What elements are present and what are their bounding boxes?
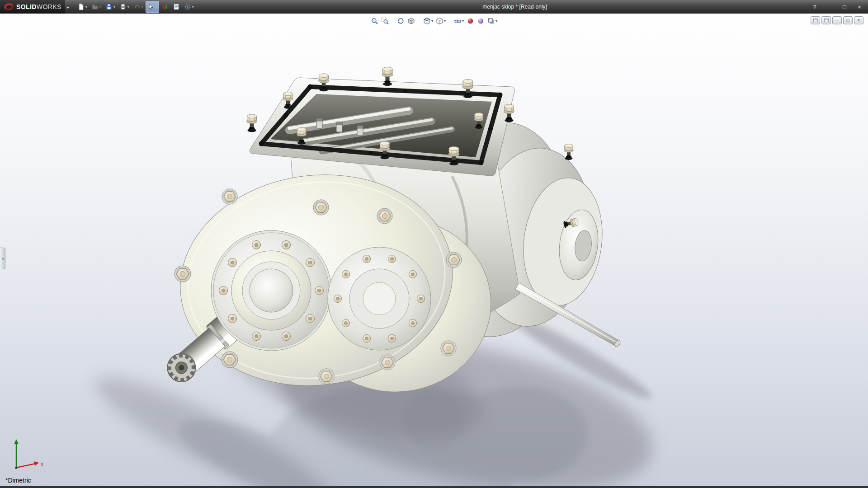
graphics-area[interactable]: ▾▾▾▾ −□× x *Dimetric: [0, 14, 868, 486]
save-icon: [105, 3, 113, 10]
doc-restore-button[interactable]: □: [843, 16, 853, 24]
viewport-pane-button-2[interactable]: [821, 16, 831, 24]
dassault-systemes-logo-icon: [4, 3, 14, 11]
right-flange: [328, 247, 431, 350]
select-icon: [147, 3, 155, 10]
print-button[interactable]: ▾: [118, 1, 131, 13]
select-button[interactable]: ▾: [146, 1, 159, 13]
window-controls: ?−□×: [811, 0, 863, 14]
dropdown-arrow-icon[interactable]: ▾: [85, 5, 87, 9]
apply-scene-button[interactable]: [476, 16, 486, 26]
dropdown-arrow-icon[interactable]: ▾: [113, 5, 115, 9]
file-properties-icon: [173, 3, 180, 10]
zoom-to-fit-icon: [371, 17, 378, 25]
help-button[interactable]: ?: [811, 4, 819, 10]
view-orientation-button[interactable]: ▾: [422, 16, 434, 26]
panel-collapse-tab[interactable]: [0, 248, 5, 269]
maximize-button-glyph: □: [843, 4, 846, 10]
xpress-products-button[interactable]: [160, 1, 170, 13]
dropdown-arrow-icon[interactable]: ▾: [127, 5, 129, 9]
dropdown-arrow-icon[interactable]: ▾: [142, 5, 143, 9]
viewport-pane-button-1[interactable]: [811, 16, 820, 24]
dropdown-arrow-icon[interactable]: ▾: [99, 5, 101, 9]
window-title: menjac sklop * [Read-only]: [482, 4, 547, 10]
view-settings-icon: [487, 17, 495, 25]
doc-close-button-glyph: ×: [858, 18, 860, 23]
viewport-pane-button-2-icon: [824, 18, 829, 23]
doc-restore-button-glyph: □: [846, 18, 849, 23]
logo-text-works: WORKS: [37, 3, 61, 10]
dropdown-arrow-icon[interactable]: ▾: [495, 19, 497, 23]
edit-appearance-button[interactable]: [466, 16, 475, 26]
new-document-button[interactable]: ▾: [75, 1, 89, 13]
zoom-to-area-button[interactable]: [380, 16, 390, 26]
help-button-glyph: ?: [813, 4, 816, 10]
close-button-glyph: ×: [858, 4, 861, 10]
dropdown-arrow-icon[interactable]: ▾: [192, 5, 194, 9]
dropdown-arrow-icon[interactable]: ▾: [444, 19, 446, 23]
hide-show-items-icon: [454, 17, 462, 25]
undo-button[interactable]: ▾: [132, 1, 145, 13]
maximize-button[interactable]: □: [840, 4, 849, 10]
taskbar-edge: [0, 486, 868, 488]
doc-close-button[interactable]: ×: [854, 16, 863, 24]
solidworks-window: SOLIDWORKS ▸ ▾▾▾▾▾▾▾ menjac sklop * [Rea…: [0, 0, 868, 488]
quick-access-toolbar: ▾▾▾▾▾▾▾: [75, 1, 196, 13]
viewport-pane-button-1-icon: [813, 18, 818, 23]
titlebar: SOLIDWORKS ▸ ▾▾▾▾▾▾▾ menjac sklop * [Rea…: [0, 0, 868, 14]
dropdown-arrow-icon[interactable]: ▾: [462, 19, 464, 23]
file-properties-button[interactable]: [171, 1, 182, 13]
zoom-to-fit-button[interactable]: [370, 16, 379, 26]
triad-x-arrow: [34, 461, 39, 466]
hide-show-items-button[interactable]: ▾: [453, 16, 465, 26]
triad-y-arrow: [14, 439, 19, 444]
minimize-button[interactable]: −: [826, 4, 834, 10]
previous-view-icon: [397, 17, 405, 25]
display-style-button[interactable]: ▾: [435, 16, 447, 26]
view-orientation-icon: [423, 17, 431, 25]
menu-expand-arrow[interactable]: ▸: [67, 5, 69, 9]
options-button[interactable]: ▾: [182, 1, 196, 13]
print-icon: [119, 3, 127, 10]
open-button[interactable]: ▾: [90, 1, 103, 13]
xpress-products-icon: [161, 3, 169, 10]
section-view-icon: [407, 17, 415, 25]
top-cover: [247, 67, 515, 176]
document-window-controls: −□×: [811, 16, 863, 24]
floor-reflection: [170, 384, 588, 486]
undo-icon: [133, 3, 141, 10]
triad-x-label: x: [41, 461, 43, 467]
new-document-icon: [77, 3, 85, 10]
doc-minimize-button[interactable]: −: [832, 16, 842, 24]
dropdown-arrow-icon[interactable]: ▾: [431, 19, 433, 23]
doc-minimize-button-glyph: −: [836, 18, 839, 23]
model-3d-view[interactable]: [0, 14, 868, 486]
section-view-button[interactable]: [406, 16, 416, 26]
orientation-triad: x: [9, 435, 51, 474]
left-flange: [211, 230, 331, 351]
dropdown-arrow-icon[interactable]: ▾: [156, 5, 157, 9]
view-orientation-label: *Dimetric: [5, 477, 31, 484]
heads-up-view-toolbar: ▾▾▾▾: [370, 16, 498, 26]
close-button[interactable]: ×: [855, 4, 863, 10]
minimize-button-glyph: −: [828, 4, 831, 10]
save-button[interactable]: ▾: [104, 1, 117, 13]
open-icon: [91, 3, 99, 10]
solidworks-logo: SOLIDWORKS: [0, 0, 65, 14]
edit-appearance-icon: [467, 17, 474, 25]
view-settings-button[interactable]: ▾: [486, 16, 498, 26]
logo-text-solid: SOLID: [16, 3, 37, 10]
display-style-icon: [436, 17, 443, 25]
zoom-to-area-icon: [381, 17, 389, 25]
apply-scene-icon: [477, 17, 485, 25]
options-icon: [184, 3, 191, 10]
previous-view-button[interactable]: [396, 16, 406, 26]
